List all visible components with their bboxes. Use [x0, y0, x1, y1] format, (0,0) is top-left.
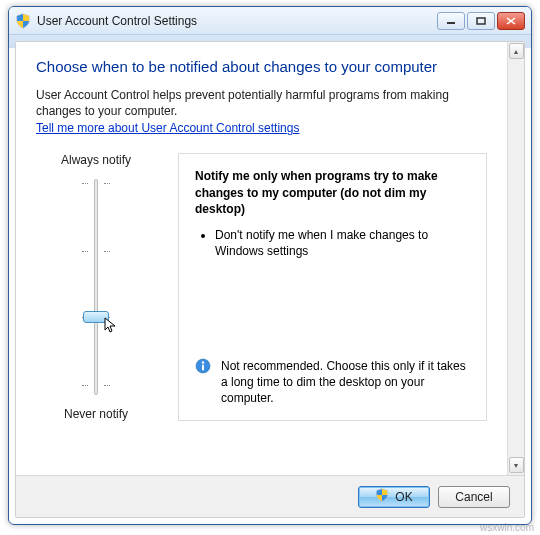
footer-bar: OK Cancel [16, 475, 524, 517]
window-buttons [437, 12, 525, 30]
description-title: Notify me only when programs try to make… [195, 168, 470, 217]
maximize-button[interactable] [467, 12, 495, 30]
window-title: User Account Control Settings [37, 14, 437, 28]
uac-settings-window: User Account Control Settings Choose whe… [8, 6, 532, 525]
slider-tick [82, 251, 88, 252]
close-button[interactable] [497, 12, 525, 30]
scroll-down-button[interactable]: ▾ [509, 457, 524, 473]
scroll-area: Choose when to be notified about changes… [16, 42, 507, 475]
ok-button[interactable]: OK [358, 486, 430, 508]
description-box: Notify me only when programs try to make… [178, 153, 487, 421]
slider-tick [104, 183, 110, 184]
description-list: Don't notify me when I make changes to W… [201, 227, 470, 259]
shield-icon [15, 13, 31, 29]
slider-tick [104, 385, 110, 386]
titlebar[interactable]: User Account Control Settings [9, 7, 531, 35]
slider-thumb[interactable] [83, 311, 109, 323]
vertical-scrollbar[interactable]: ▴ ▾ [507, 42, 524, 475]
scroll-up-button[interactable]: ▴ [509, 43, 524, 59]
cancel-button-label: Cancel [455, 490, 492, 504]
slider-track [94, 179, 98, 395]
svg-rect-1 [477, 18, 485, 24]
slider-column: Always notify [36, 153, 156, 421]
info-row: Not recommended. Choose this only if it … [195, 358, 470, 407]
slider-top-label: Always notify [36, 153, 156, 167]
cancel-button[interactable]: Cancel [438, 486, 510, 508]
body-row: Always notify [36, 153, 487, 421]
slider-bottom-label: Never notify [36, 407, 156, 421]
info-icon [195, 358, 211, 377]
svg-rect-6 [202, 364, 204, 370]
info-message: Not recommended. Choose this only if it … [221, 358, 470, 407]
slider-tick [82, 183, 88, 184]
minimize-button[interactable] [437, 12, 465, 30]
svg-point-5 [202, 361, 204, 363]
ok-button-label: OK [395, 490, 412, 504]
shield-icon [375, 488, 389, 505]
content-pane: Choose when to be notified about changes… [15, 41, 525, 518]
slider-tick [104, 251, 110, 252]
intro-text: User Account Control helps prevent poten… [36, 87, 487, 119]
slider-tick [82, 385, 88, 386]
description-bullet: Don't notify me when I make changes to W… [215, 227, 470, 259]
page-heading: Choose when to be notified about changes… [36, 58, 487, 75]
help-link[interactable]: Tell me more about User Account Control … [36, 121, 299, 135]
notification-slider[interactable] [76, 173, 116, 401]
watermark: wsxwin.com [480, 522, 534, 533]
